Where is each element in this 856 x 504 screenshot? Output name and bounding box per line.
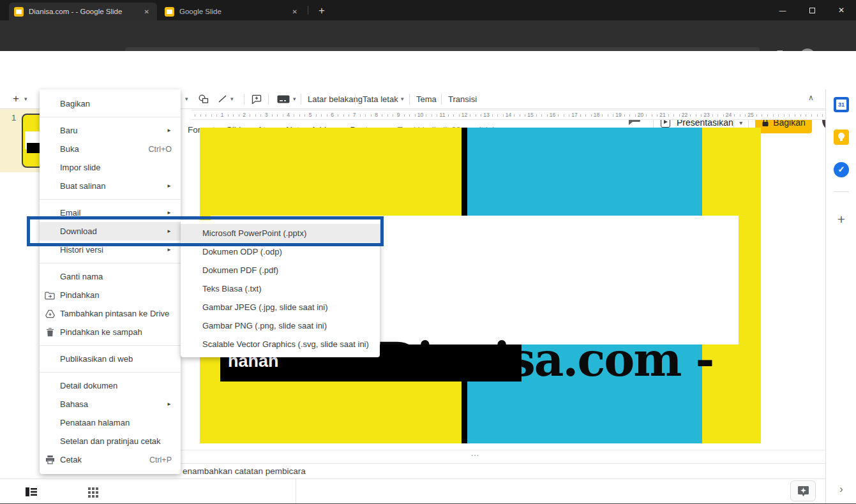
ruler-tick bbox=[371, 114, 372, 117]
file-menu-item-baru[interactable]: Baru► bbox=[40, 121, 181, 140]
filmstrip-view-button[interactable] bbox=[26, 487, 37, 496]
ruler-tick bbox=[382, 114, 382, 117]
shape-icon[interactable] bbox=[199, 89, 209, 108]
ruler-tick bbox=[432, 114, 432, 117]
ruler-mark-9: 9 bbox=[397, 112, 400, 118]
file-menu-item-publikasikan-di-web[interactable]: Publikasikan di web bbox=[40, 350, 181, 368]
add-comment-icon[interactable] bbox=[252, 89, 262, 108]
ruler-tick bbox=[409, 114, 410, 117]
file-menu-item-buat-salinan[interactable]: Buat salinan► bbox=[40, 177, 181, 195]
ruler-tick bbox=[701, 114, 702, 117]
download-option-gambar-jpeg-jpg-slide-saat-ini[interactable]: Gambar JPEG (.jpg, slide saat ini) bbox=[181, 298, 380, 316]
file-menu-item-pindahkan[interactable]: Pindahkan bbox=[40, 286, 181, 304]
browser-tab-active[interactable]: Dianisa.com - - Google Slide ✕ bbox=[9, 3, 157, 20]
ruler-tick bbox=[734, 114, 735, 117]
file-menu-item-penataan-halaman[interactable]: Penataan halaman bbox=[40, 413, 181, 432]
menu-item-label: Baru bbox=[60, 126, 159, 135]
ruler-mark-18: 18 bbox=[594, 112, 599, 118]
file-menu-item-buka[interactable]: BukaCtrl+O bbox=[40, 140, 181, 158]
notes-drag-handle[interactable]: ⋯ bbox=[467, 450, 484, 460]
ruler-mark-14: 14 bbox=[506, 112, 511, 118]
ruler-tick bbox=[657, 114, 657, 117]
tab-close-icon[interactable]: ✕ bbox=[142, 7, 152, 17]
line-icon[interactable] bbox=[218, 89, 227, 108]
present-dropdown-icon[interactable]: ▾ bbox=[734, 119, 748, 126]
ruler-tick bbox=[299, 114, 300, 117]
ruler-tick bbox=[216, 114, 217, 117]
theme-button[interactable]: Tema bbox=[416, 89, 437, 108]
ruler-tick bbox=[817, 114, 818, 117]
ruler-tick bbox=[608, 114, 608, 117]
file-menu-item-bahasa[interactable]: Bahasa► bbox=[40, 395, 181, 413]
file-menu-item-setelan-dan-pratinjau-cetak[interactable]: Setelan dan pratinjau cetak bbox=[40, 432, 181, 450]
browser-tab-inactive[interactable]: Google Slide ✕ bbox=[160, 3, 305, 20]
new-slide-button[interactable]: + bbox=[13, 89, 19, 108]
keep-icon[interactable] bbox=[834, 130, 849, 145]
download-option-microsoft-powerpoint-pptx[interactable]: Microsoft PowerPoint (.pptx) bbox=[181, 224, 380, 242]
menu-item-label: Download bbox=[60, 226, 159, 236]
menu-item-label: Tambahkan pintasan ke Drive bbox=[60, 309, 172, 318]
download-option-scalable-vector-graphics-svg-slide-saat-ini[interactable]: Scalable Vector Graphics (.svg, slide sa… bbox=[181, 335, 380, 353]
ruler-mark-1: 1 bbox=[221, 112, 224, 118]
download-option-dokumen-odp-odp[interactable]: Dokumen ODP (.odp) bbox=[181, 242, 380, 261]
file-menu-item-detail-dokumen[interactable]: Detail dokumen bbox=[40, 376, 181, 395]
ruler-tick bbox=[668, 114, 669, 117]
file-menu-item-pindahkan-ke-sampah[interactable]: Pindahkan ke sampah bbox=[40, 323, 181, 341]
ruler-tick bbox=[492, 114, 493, 117]
ruler-tick bbox=[250, 114, 250, 117]
menu-separator bbox=[40, 199, 181, 200]
file-menu-item-download[interactable]: Download► bbox=[40, 222, 181, 241]
file-menu-item-ganti-nama[interactable]: Ganti nama bbox=[40, 267, 181, 286]
file-menu-item-bagikan[interactable]: Bagikan bbox=[40, 94, 181, 113]
ruler-tick bbox=[481, 114, 481, 117]
collapse-toolbar-icon[interactable]: ∧ bbox=[808, 93, 814, 102]
window-minimize-button[interactable]: — bbox=[768, 0, 797, 20]
calendar-icon[interactable]: 31 bbox=[834, 97, 849, 112]
ruler-tick bbox=[762, 114, 762, 117]
tab-close-icon[interactable]: ✕ bbox=[290, 7, 300, 17]
ruler-mark-23: 23 bbox=[703, 112, 709, 118]
layout-button[interactable]: Tata letak bbox=[363, 89, 398, 108]
download-option-dokumen-pdf-pdf[interactable]: Dokumen PDF (.pdf) bbox=[181, 261, 380, 279]
ruler-tick bbox=[343, 114, 344, 117]
ruler-tick bbox=[564, 114, 564, 117]
ruler-tick bbox=[773, 114, 774, 117]
layout-dropdown-icon[interactable]: ▾ bbox=[401, 89, 404, 108]
ruler-tick bbox=[800, 114, 801, 117]
download-option-gambar-png-png-slide-saat-ini[interactable]: Gambar PNG (.png, slide saat ini) bbox=[181, 316, 380, 335]
ruler-mark-10: 10 bbox=[417, 112, 423, 118]
ruler-tick bbox=[613, 114, 613, 117]
add-addon-button[interactable]: + bbox=[834, 212, 849, 227]
new-tab-button[interactable]: + bbox=[314, 3, 329, 19]
new-slide-dropdown-icon[interactable]: ▾ bbox=[24, 89, 27, 108]
file-menu-item-tambahkan-pintasan-ke-drive[interactable]: Tambahkan pintasan ke Drive bbox=[40, 304, 181, 323]
collapse-panel-icon[interactable]: › bbox=[834, 484, 849, 495]
file-menu-item-impor-slide[interactable]: Impor slide bbox=[40, 158, 181, 177]
ruler-mark-20: 20 bbox=[638, 112, 643, 118]
image-dropdown-icon[interactable]: ▾ bbox=[185, 89, 188, 108]
ruler-mark-8: 8 bbox=[375, 112, 378, 118]
grid-view-button[interactable] bbox=[88, 487, 98, 498]
text-box-dropdown-icon[interactable]: ▾ bbox=[293, 89, 296, 108]
line-dropdown-icon[interactable]: ▾ bbox=[230, 89, 234, 108]
tasks-icon[interactable]: ✓ bbox=[834, 162, 849, 177]
transition-button[interactable]: Transisi bbox=[448, 89, 477, 108]
menu-item-label: Pindahkan bbox=[60, 290, 172, 300]
folder-move-icon bbox=[40, 291, 60, 300]
download-option-teks-biasa-txt[interactable]: Teks Biasa (.txt) bbox=[181, 279, 380, 298]
window-maximize-button[interactable] bbox=[797, 0, 827, 20]
explore-button[interactable] bbox=[790, 480, 816, 501]
ruler-tick bbox=[294, 114, 294, 117]
ruler-mark-6: 6 bbox=[331, 112, 334, 118]
file-menu-item-cetak[interactable]: CetakCtrl+P bbox=[40, 450, 181, 469]
ruler-tick bbox=[723, 114, 724, 117]
ruler-tick bbox=[239, 114, 239, 117]
ruler-tick bbox=[547, 114, 548, 117]
text-box-icon[interactable] bbox=[277, 89, 290, 108]
window-close-button[interactable]: ✕ bbox=[827, 0, 856, 20]
file-menu-item-email[interactable]: Email► bbox=[40, 204, 181, 222]
slides-favicon bbox=[14, 7, 24, 17]
file-menu-item-histori-versi[interactable]: Histori versi► bbox=[40, 241, 181, 259]
slides-favicon bbox=[165, 7, 174, 17]
submenu-arrow-icon: ► bbox=[167, 128, 172, 133]
